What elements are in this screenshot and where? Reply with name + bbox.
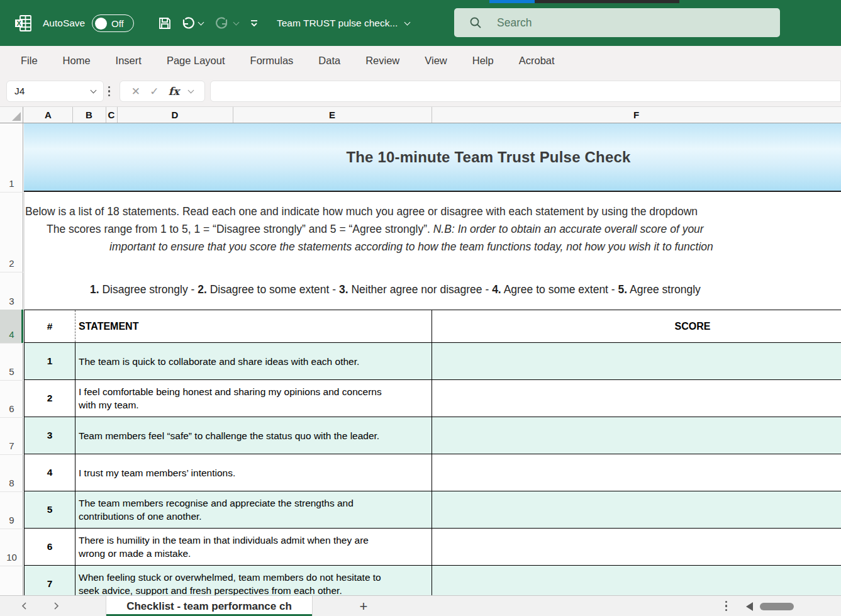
instructions-line-2-italic: N.B: In order to obtain an accurate over… [433,223,704,235]
instructions-line-2-normal: The scores range from 1 to 5, 1 = “Disag… [47,223,433,235]
row-header-7[interactable]: 7 [0,438,23,454]
hscroll-left-arrow-icon[interactable] [746,602,753,611]
score-cell[interactable] [432,343,841,379]
formula-bar-kebab-icon[interactable] [108,86,110,96]
sheet-title-cell[interactable]: The 10-minute Team Trust Pulse Check [24,123,841,192]
column-header-b[interactable]: B [72,107,106,123]
row-header-6[interactable]: 6 [0,401,23,417]
search-placeholder: Search [497,16,532,30]
statement-num[interactable]: 1 [25,343,75,379]
sheet-tab-active[interactable]: Checklist - team performance ch [106,596,313,616]
search-input[interactable]: Search [454,8,780,37]
statement-cell[interactable]: The team is quick to collaborate and sha… [75,343,432,379]
redo-button[interactable] [215,0,238,46]
statement-num[interactable]: 2 [25,380,75,417]
row-header-2[interactable]: 2 [0,255,23,272]
menu-help[interactable]: Help [472,55,494,67]
menu-page-layout[interactable]: Page Layout [167,55,225,67]
row-header-9[interactable]: 9 [0,512,23,529]
formula-buttons: ✕ ✓ fx [120,81,205,102]
score-cell[interactable] [432,380,841,417]
sheet-canvas: The 10-minute Team Trust Pulse Check Bel… [24,123,841,595]
table-row: 7 When feeling stuck or overwhelmed, tea… [24,566,841,595]
select-all-corner[interactable] [0,107,23,123]
sheet-tab-bar: Checklist - team performance ch + [0,595,841,616]
document-title-text: Team TRUST pulse check... [277,18,398,29]
svg-text:X: X [17,20,22,27]
enter-icon[interactable]: ✓ [150,85,159,98]
instructions-line-1: Below is a list of 18 statements. Read e… [25,205,698,218]
column-header-d[interactable]: D [117,107,233,123]
taskbar-strip-dark [535,0,679,3]
table-header-row: # STATEMENT SCORE [24,310,841,343]
statement-num[interactable]: 6 [25,529,75,565]
column-header-e[interactable]: E [233,107,432,123]
row-header-8[interactable]: 8 [0,475,23,491]
row-header-3[interactable]: 3 [0,293,23,310]
statement-num[interactable]: 5 [25,491,75,528]
add-sheet-button[interactable]: + [354,596,373,616]
score-cell[interactable] [432,454,841,491]
save-button[interactable] [157,0,172,46]
statement-num[interactable]: 4 [25,454,75,491]
row-header-5[interactable]: 5 [0,364,23,380]
table-row: 3 Team members feel “safe” to challenge … [24,417,841,454]
menu-insert[interactable]: Insert [116,55,142,67]
row-header-1[interactable]: 1 [0,176,23,192]
row-header-4-label: 4 [0,327,23,343]
menu-review[interactable]: Review [365,55,399,67]
score-cell[interactable] [432,417,841,454]
autosave-label: AutoSave [43,0,85,46]
search-icon [469,16,482,29]
rating-scale-legend: 1. Disagree strongly - 2. Disagree to so… [90,283,701,296]
formula-input[interactable] [210,81,841,102]
menu-view[interactable]: View [425,55,447,67]
column-header-c[interactable]: C [106,107,117,123]
statement-cell[interactable]: Team members feel “safe” to challenge th… [75,417,432,454]
name-box-dropdown-icon[interactable] [91,87,97,94]
header-num: # [25,310,75,342]
sheet-nav-right-icon[interactable] [52,602,60,610]
name-box[interactable]: J4 [6,81,104,102]
instructions-line-3: important to ensure that you score the s… [109,240,713,254]
hscroll-thumb[interactable] [760,603,794,610]
sheet-title: The 10-minute Team Trust Pulse Check [346,148,630,166]
autosave-toggle[interactable]: Off [92,14,134,32]
score-cell[interactable] [432,529,841,565]
row-header-4-selected[interactable]: 4 [0,310,23,343]
statement-cell[interactable]: When feeling stuck or overwhelmed, team … [75,566,432,595]
undo-button[interactable] [180,0,203,46]
statement-cell[interactable]: The team members recognise and appreciat… [75,491,432,528]
undo-dropdown-icon[interactable] [198,19,204,25]
header-statement: STATEMENT [75,310,432,342]
menu-home[interactable]: Home [63,55,91,67]
menu-acrobat[interactable]: Acrobat [519,55,555,67]
menu-file[interactable]: File [21,55,38,67]
redo-dropdown-icon[interactable] [233,19,240,25]
score-cell[interactable] [432,491,841,528]
row-header-10[interactable]: 10 [0,549,23,566]
sheet-nav-left-icon[interactable] [20,602,29,610]
column-header-f[interactable]: F [432,107,841,123]
score-cell[interactable] [432,566,841,595]
insert-function-icon[interactable]: fx [169,85,179,98]
table-row: 1 The team is quick to collaborate and s… [24,343,841,380]
ribbon-collapse-icon[interactable] [249,0,259,46]
document-title-dropdown-icon[interactable] [404,19,411,25]
document-title[interactable]: Team TRUST pulse check... [277,0,409,46]
statement-cell[interactable]: I trust my team members’ intentions. [75,454,432,491]
cancel-icon[interactable]: ✕ [131,85,140,98]
instructions-line-2: The scores range from 1 to 5, 1 = “Disag… [47,223,704,236]
menu-data[interactable]: Data [318,55,340,67]
column-header-a[interactable]: A [24,107,72,123]
spreadsheet-grid: 1 2 3 4 5 6 7 8 9 10 The 10-minute Team … [0,123,841,595]
statement-cell[interactable]: There is humility in the team in that in… [75,529,432,565]
menu-formulas[interactable]: Formulas [250,55,294,67]
fx-dropdown-icon[interactable] [188,87,194,94]
toggle-knob-icon [95,18,107,30]
statement-num[interactable]: 7 [25,566,75,595]
statement-cell[interactable]: I feel comfortable being honest and shar… [75,380,432,417]
excel-app-icon[interactable]: X [14,0,33,46]
tabbar-kebab-icon[interactable] [725,601,727,611]
statement-num[interactable]: 3 [25,417,75,454]
